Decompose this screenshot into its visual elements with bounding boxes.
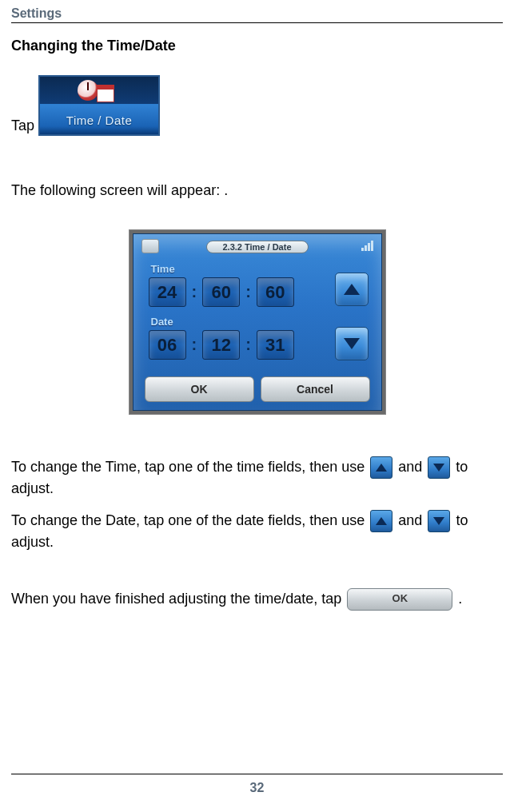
timedate-tile: Time / Date [38, 75, 160, 136]
triangle-down-icon [344, 338, 360, 349]
signal-icon [361, 241, 373, 251]
arrow-down-button [335, 327, 369, 360]
time-row: 24 : 60 : 60 [148, 277, 295, 307]
screen-title: 2.3.2 Time / Date [205, 241, 308, 253]
tap-instruction: Tap Time / Date [11, 75, 503, 136]
date-1: 06 [149, 330, 186, 360]
time-hour: 24 [149, 277, 186, 307]
section-title: Changing the Time/Date [11, 38, 503, 54]
finish-paragraph: When you have finished adjusting the tim… [11, 588, 503, 611]
settings-screenshot: 2.3.2 Time / Date Time 24 : 60 : 60 Date… [129, 229, 386, 415]
time-sec: 60 [257, 277, 294, 307]
date-2: 12 [202, 330, 240, 360]
date-label: Date [151, 316, 173, 328]
calendar-icon [97, 85, 114, 102]
page-number: 32 [0, 774, 514, 805]
timedate-tile-label: Time / Date [40, 112, 158, 129]
inline-ok-button: OK [347, 588, 452, 611]
following-text: The following screen will appear: . [11, 181, 503, 201]
inline-arrow-up-icon [370, 510, 392, 532]
change-date-paragraph: To change the Date, tap one of the date … [11, 510, 503, 552]
inline-arrow-down-icon [428, 456, 450, 479]
inline-arrow-up-icon [370, 456, 392, 479]
tap-word: Tap [11, 117, 34, 133]
cancel-button: Cancel [261, 376, 370, 402]
inline-arrow-down-icon [428, 510, 450, 532]
date-row: 06 : 12 : 31 [148, 330, 295, 360]
ok-button: OK [145, 376, 254, 402]
triangle-up-icon [344, 284, 360, 295]
clock-icon [78, 80, 98, 101]
time-label: Time [151, 263, 175, 275]
home-icon [141, 239, 159, 253]
change-time-paragraph: To change the Time, tap one of the time … [11, 456, 503, 499]
time-min: 60 [202, 277, 240, 307]
arrow-up-button [335, 273, 369, 306]
date-3: 31 [257, 330, 294, 360]
page-header: Settings [11, 6, 503, 23]
